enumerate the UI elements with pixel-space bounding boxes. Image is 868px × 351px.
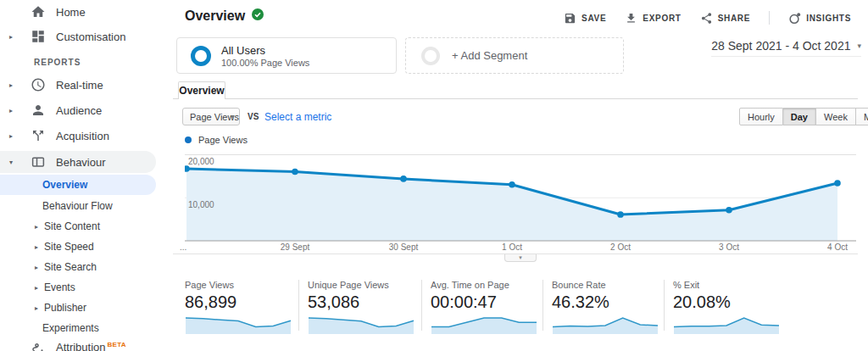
sidebar-item-label: Publisher bbox=[44, 302, 86, 314]
scorecard-avg-time-on-page[interactable]: Avg. Time on Page 00:00:47 bbox=[421, 280, 542, 331]
sidebar-item-label: Home bbox=[56, 6, 86, 19]
chevron-down-icon: ▾ bbox=[857, 42, 861, 50]
verified-badge-icon bbox=[252, 8, 264, 24]
x-axis-tick: 30 Sept bbox=[389, 242, 418, 252]
sparkline bbox=[673, 315, 780, 334]
chevron-down-icon: ▾ bbox=[231, 113, 234, 120]
segment-all-users[interactable]: All Users 100.00% Page Views bbox=[176, 37, 397, 74]
scorecard-percent-exit[interactable]: % Exit 20.08% bbox=[664, 280, 786, 331]
select-metric-link[interactable]: Select a metric bbox=[264, 111, 331, 123]
y-axis-tick: 10,000 bbox=[188, 200, 214, 209]
legend-label: Page Views bbox=[198, 135, 248, 145]
sidebar-item-label: Acquisition bbox=[56, 130, 109, 142]
share-button[interactable]: SHARE bbox=[700, 12, 751, 25]
granularity-week-button[interactable]: Week bbox=[816, 108, 856, 125]
page-title: Overview bbox=[185, 8, 264, 24]
chevron-right-icon: ▸ bbox=[9, 107, 13, 114]
chevron-right-icon: ▸ bbox=[35, 284, 38, 292]
chevron-right-icon: ▸ bbox=[9, 33, 13, 41]
sparkline bbox=[431, 315, 537, 334]
sidebar-item-label: Experiments bbox=[42, 322, 99, 334]
beta-badge: BETA bbox=[108, 341, 126, 348]
header-actions: SAVE EXPORT SHARE INSIGHTS bbox=[564, 11, 851, 25]
sidebar-item-label: Audience bbox=[56, 104, 102, 117]
home-icon bbox=[31, 4, 46, 20]
customisation-icon bbox=[31, 29, 46, 44]
sidebar-item-site-content[interactable]: ▸ Site Content bbox=[0, 216, 170, 237]
tab-overview[interactable]: Overview bbox=[178, 81, 225, 99]
main-content: Overview SAVE EXPORT SHARE INSIGHTS bbox=[170, 0, 868, 351]
sidebar-item-behaviour-overview[interactable]: Overview bbox=[0, 175, 156, 195]
analytics-app: Home ▸ Customisation REPORTS ▸ Real-time… bbox=[0, 0, 868, 351]
x-axis-tick: 4 Oct bbox=[827, 242, 848, 252]
sidebar-item-customisation[interactable]: ▸ Customisation bbox=[0, 26, 170, 47]
granularity-hourly-button[interactable]: Hourly bbox=[739, 108, 783, 125]
add-segment-button[interactable]: + Add Segment bbox=[405, 37, 624, 74]
collapse-chart-handle[interactable]: ▾ bbox=[504, 254, 537, 262]
date-range-text: 28 Sept 2021 - 4 Oct 2021 bbox=[711, 39, 850, 53]
sidebar-item-label: Site Speed bbox=[44, 241, 94, 253]
sidebar-item-publisher[interactable]: ▸ Publisher bbox=[0, 298, 170, 318]
pageviews-chart[interactable]: 20,000 10,000 ...29 Sept30 Sept1 Oct2 Oc… bbox=[185, 153, 856, 254]
sidebar-item-label: Overview bbox=[42, 179, 87, 191]
granularity-selector: Hourly Day Week Month bbox=[739, 108, 868, 125]
segment-name: All Users bbox=[221, 44, 309, 57]
sidebar-item-realtime[interactable]: ▸ Real-time bbox=[0, 75, 170, 95]
chevron-right-icon: ▸ bbox=[35, 264, 38, 271]
download-icon bbox=[625, 12, 637, 25]
vs-label: VS bbox=[248, 112, 259, 121]
segment-detail: 100.00% Page Views bbox=[221, 58, 309, 68]
actions-divider bbox=[769, 11, 770, 25]
sidebar-item-behaviour[interactable]: ▾ Behaviour bbox=[0, 151, 156, 173]
sidebar-item-label: Site Content bbox=[44, 220, 100, 232]
sidebar-item-acquisition[interactable]: ▸ Acquisition bbox=[0, 125, 170, 146]
sidebar-item-behaviour-flow[interactable]: Behaviour Flow bbox=[0, 196, 170, 216]
insights-button[interactable]: INSIGHTS bbox=[788, 12, 851, 25]
granularity-month-button[interactable]: Month bbox=[856, 108, 868, 125]
granularity-day-button[interactable]: Day bbox=[783, 108, 816, 125]
sidebar: Home ▸ Customisation REPORTS ▸ Real-time… bbox=[0, 0, 170, 351]
attribution-icon bbox=[31, 340, 46, 351]
sidebar-item-label: Customisation bbox=[56, 31, 125, 43]
sparkline bbox=[185, 315, 292, 334]
tabbar-divider bbox=[173, 98, 858, 99]
segment-ring-icon bbox=[421, 47, 440, 65]
y-axis-tick: 20,000 bbox=[188, 157, 214, 166]
segment-ring-icon bbox=[191, 46, 211, 66]
sidebar-item-site-speed[interactable]: ▸ Site Speed bbox=[0, 237, 170, 257]
scorecard-unique-page-views[interactable]: Unique Page Views 53,086 bbox=[298, 280, 421, 331]
audience-icon bbox=[31, 103, 46, 118]
chart-legend: Page Views bbox=[185, 135, 248, 145]
x-axis-tick: 3 Oct bbox=[719, 242, 739, 252]
add-segment-label: + Add Segment bbox=[452, 49, 527, 62]
chevron-right-icon: ▸ bbox=[9, 132, 13, 140]
behaviour-icon bbox=[31, 154, 46, 170]
insights-icon bbox=[788, 12, 801, 25]
x-axis-ticks: ...29 Sept30 Sept1 Oct2 Oct3 Oct4 Oct bbox=[185, 242, 856, 254]
x-axis-tick: 29 Sept bbox=[281, 242, 309, 252]
sidebar-item-experiments[interactable]: Experiments bbox=[0, 318, 170, 338]
scorecard-page-views[interactable]: Page Views 86,899 bbox=[185, 280, 298, 331]
share-icon bbox=[700, 12, 713, 25]
chevron-down-icon: ▾ bbox=[9, 159, 13, 166]
sidebar-item-attribution[interactable]: AttributionBETA bbox=[0, 337, 170, 351]
sparkline bbox=[552, 315, 659, 334]
x-axis-tick: 2 Oct bbox=[610, 242, 631, 252]
sparkline bbox=[308, 315, 415, 334]
save-button[interactable]: SAVE bbox=[564, 12, 606, 25]
pageviews-chart-svg bbox=[185, 153, 856, 242]
date-range-selector[interactable]: 28 Sept 2021 - 4 Oct 2021 ▾ bbox=[711, 39, 861, 57]
sidebar-item-audience[interactable]: ▸ Audience bbox=[0, 100, 170, 120]
sidebar-item-events[interactable]: ▸ Events bbox=[0, 277, 170, 298]
metric-dropdown[interactable]: Page Views ▾ bbox=[182, 108, 240, 125]
sidebar-item-home[interactable]: Home bbox=[0, 2, 170, 22]
reports-section-heading: REPORTS bbox=[34, 58, 81, 67]
legend-dot-icon bbox=[185, 136, 192, 143]
export-button[interactable]: EXPORT bbox=[625, 12, 681, 25]
sidebar-item-site-search[interactable]: ▸ Site Search bbox=[0, 257, 170, 277]
scorecard-bounce-rate[interactable]: Bounce Rate 46.32% bbox=[542, 280, 664, 331]
chevron-right-icon: ▸ bbox=[35, 223, 38, 231]
sidebar-item-label: Site Search bbox=[44, 261, 97, 273]
sidebar-item-label: Behaviour bbox=[56, 156, 106, 169]
x-axis-tick: 1 Oct bbox=[502, 242, 522, 252]
